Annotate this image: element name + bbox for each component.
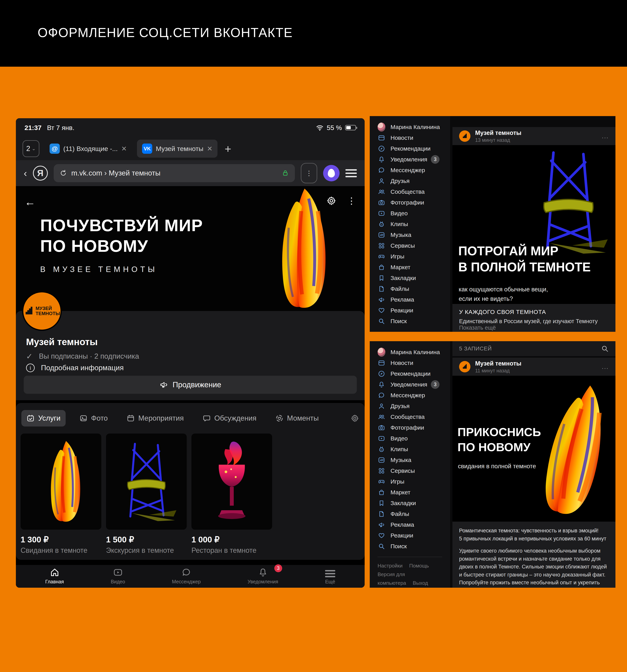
sidebar-item-news[interactable]: Новости [378,133,450,143]
sidebar-item-clips[interactable]: Клипы [378,444,450,455]
show-more-link[interactable]: Показать ещё [459,325,496,331]
post-menu-kebab[interactable]: ... [602,133,609,140]
sidebar-item-chat[interactable]: Мессенджер [378,390,450,401]
browser-tabs-menu[interactable] [346,169,357,177]
sidebar-item-chat[interactable]: Мессенджер [378,165,450,175]
detailed-info-link[interactable]: Подробная информация [41,364,124,372]
service-card[interactable]: 1 000 ₽ Ресторан в темноте [192,434,272,555]
nav-chat[interactable]: Мессенджер [172,567,201,584]
sidebar-item-clips[interactable]: Клипы [378,219,450,230]
service-card[interactable]: 1 500 ₽ Экскурсия в темноте [106,434,187,555]
tab-photo[interactable]: Фото [74,410,113,427]
sidebar-item-compass[interactable]: Рекомендации [378,368,450,379]
sidebar-item-heart[interactable]: Реакции [378,305,450,316]
sidebar-item-bag[interactable]: Маркет [378,262,450,272]
sidebar-item-file[interactable]: Файлы [378,508,450,519]
nav-bell[interactable]: 3 Уведомления [248,567,278,584]
tab-calendar[interactable]: Мероприятия [122,410,189,427]
services-settings-gear-icon[interactable] [351,414,359,423]
sidebar-user[interactable]: Марина Калинина [378,347,450,358]
tab-vk-active[interactable]: VK Музей темноты ✕ [137,140,218,158]
promote-button[interactable]: Продвижение [24,376,357,394]
nav-home[interactable]: Главная [45,567,64,584]
sidebar-item-bag[interactable]: Маркет [378,487,450,498]
sidebar-item-video[interactable]: Видео [378,433,450,444]
sidebar-item-person[interactable]: Друзья [378,175,450,186]
sidebar-item-music[interactable]: Музыка [378,230,450,240]
yandex-logo[interactable]: Я [33,166,48,181]
tab-cal-check[interactable]: Услуги [21,410,66,427]
sidebar-item-bell[interactable]: Уведомления 3 [378,154,450,165]
post-author-avatar[interactable] [459,130,471,142]
community-avatar[interactable]: МУЗЕЙТЕМНОТЫ [22,291,62,331]
sidebar-item-compass[interactable]: Рекомендации [378,143,450,154]
sidebar-item-video[interactable]: Видео [378,208,450,219]
sidebar-item-heart[interactable]: Реакции [378,530,450,541]
browser-menu-kebab[interactable]: ⋮ [301,163,317,183]
sidebar-item-file[interactable]: Файлы [378,283,450,294]
chair-service-image [106,434,187,530]
new-tab-button[interactable]: + [225,142,231,155]
content-tabs: Услуги Фото Мероприятия Обсуждения Момен… [21,410,359,427]
close-tab-icon[interactable]: ✕ [121,145,127,152]
tab-moment[interactable]: Моменты [270,410,324,427]
sidebar-item-label: Мессенджер [391,392,425,399]
sidebar-item-person[interactable]: Друзья [378,401,450,411]
sidebar-item-game[interactable]: Игры [378,476,450,487]
post-menu-kebab[interactable]: ... [602,363,609,370]
post-image[interactable]: ПРИКОСНИСЬПО НОВОМУ свидания в полной те… [452,376,616,522]
post-author-name[interactable]: Музей темноты [475,129,521,137]
tab-counter-button[interactable]: 2⌄ [23,140,40,157]
refresh-icon[interactable] [59,169,67,177]
post-image[interactable]: ПОТРОГАЙ МИРВ ПОЛНОЙ ТЕМНОТЕ как ощущают… [452,145,616,304]
address-bar[interactable]: m.vk.com › Музей темноты [54,164,295,182]
alice-assistant-button[interactable] [323,165,340,182]
sidebar-item-camera[interactable]: Фотографии [378,422,450,433]
sidebar-item-search[interactable]: Поиск [378,541,450,552]
service-card[interactable]: 1 300 ₽ Свидания в темноте [21,434,101,555]
nav-video[interactable]: Видео [111,567,125,584]
back-arrow-icon[interactable]: ← [24,195,35,208]
post-author-name[interactable]: Музей темноты [475,360,521,367]
wall-search-icon[interactable] [601,345,609,353]
footer-link[interactable]: Помощь [409,563,429,569]
bag-icon [378,264,385,271]
sidebar-item-label: Музыка [391,457,411,463]
sidebar-item-camera[interactable]: Фотографии [378,197,450,208]
desktop-post-panel-2: Марина Калинина Новости Рекомендации Уве… [370,341,616,588]
tab-comment[interactable]: Обсуждения [198,410,261,427]
footer-link[interactable]: Настройки [378,563,403,569]
sidebar-item-label: Сервисы [391,242,415,249]
sidebar-item-mega[interactable]: Реклама [378,294,450,305]
status-time: 21:37 [24,124,42,131]
sidebar-item-bookmark[interactable]: Закладки [378,498,450,508]
sidebar-item-search[interactable]: Поиск [378,316,450,327]
sidebar-item-people[interactable]: Сообщества [378,411,450,422]
sidebar-item-grid[interactable]: Сервисы [378,240,450,251]
sidebar-item-bell[interactable]: Уведомления 3 [378,379,450,390]
subscription-status[interactable]: Вы подписаны · 2 подписчика [39,352,139,360]
post-body-paragraph: Удивите своего любимого человека необычн… [459,547,609,588]
close-tab-icon[interactable]: ✕ [207,145,212,152]
post-author-avatar[interactable] [459,361,471,373]
sidebar-item-bookmark[interactable]: Закладки [378,272,450,283]
sidebar-user[interactable]: Марина Калинина [378,122,450,133]
sidebar-item-news[interactable]: Новости [378,358,450,368]
clips-icon [378,446,385,453]
more-kebab-icon[interactable]: ⋮ [347,195,356,206]
footer-link[interactable]: Выход [413,580,428,586]
sidebar-item-music[interactable]: Музыка [378,455,450,465]
browser-back-button[interactable]: ‹ [24,167,27,179]
sidebar-item-people[interactable]: Сообщества [378,186,450,197]
bookmark-icon [378,500,385,507]
nav-burger[interactable]: Ещё [325,567,335,584]
footer-link[interactable]: Версия для компьютера [378,571,406,586]
tab-mail[interactable]: @ (11) Входящие -... ✕ [45,140,132,158]
burger-icon [325,567,335,577]
sidebar-item-game[interactable]: Игры [378,251,450,262]
sidebar-item-label: Сообщества [391,413,425,420]
sidebar-item-label: Файлы [391,511,409,517]
check-icon: ✓ [26,352,33,361]
sidebar-item-mega[interactable]: Реклама [378,519,450,530]
sidebar-item-grid[interactable]: Сервисы [378,465,450,476]
